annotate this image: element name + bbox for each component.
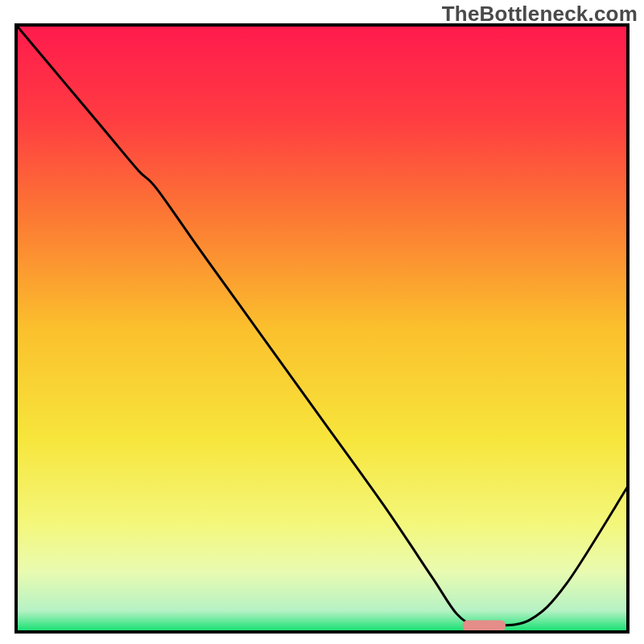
plot-area bbox=[16, 25, 628, 632]
chart-svg bbox=[0, 0, 644, 644]
watermark-label: TheBottleneck.com bbox=[442, 2, 638, 27]
optimal-range-marker bbox=[463, 620, 506, 631]
chart-root: TheBottleneck.com bbox=[0, 0, 644, 644]
gradient-background bbox=[16, 25, 628, 632]
